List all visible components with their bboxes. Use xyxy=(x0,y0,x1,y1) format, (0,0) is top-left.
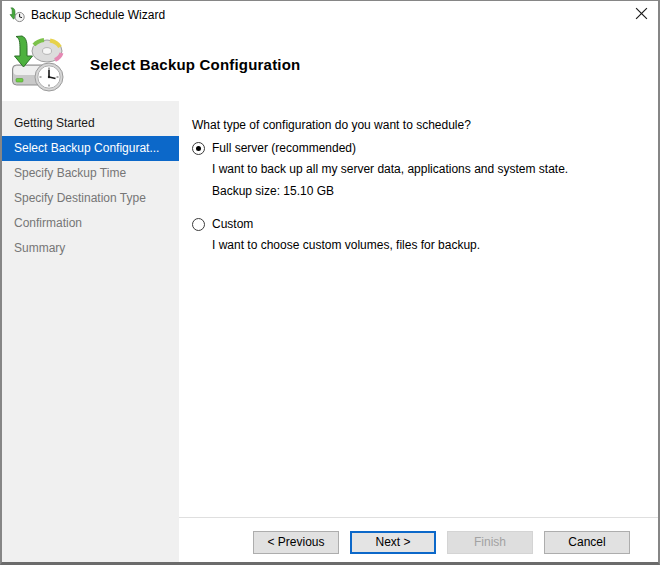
wizard-page-content: What type of configuration do you want t… xyxy=(179,101,658,517)
custom-label[interactable]: Custom xyxy=(212,217,253,231)
previous-button[interactable]: < Previous xyxy=(253,531,339,554)
sidebar-item-summary: Summary xyxy=(2,236,179,261)
wizard-button-bar: < Previous Next > Finish Cancel xyxy=(179,517,658,562)
titlebar: Backup Schedule Wizard xyxy=(2,1,658,28)
close-icon xyxy=(635,7,648,23)
backup-size-text: Backup size: 15.10 GB xyxy=(212,184,648,198)
next-button[interactable]: Next > xyxy=(350,531,436,554)
wizard-steps-sidebar: Getting Started Select Backup Configurat… xyxy=(2,101,179,562)
full-server-label[interactable]: Full server (recommended) xyxy=(212,141,356,155)
sidebar-item-specify-destination: Specify Destination Type xyxy=(2,186,179,211)
page-title: Select Backup Configuration xyxy=(90,56,300,73)
configuration-question: What type of configuration do you want t… xyxy=(192,118,648,132)
sidebar-item-select-backup-config[interactable]: Select Backup Configurat... xyxy=(2,136,179,161)
full-server-description: I want to back up all my server data, ap… xyxy=(212,162,648,176)
custom-radio[interactable] xyxy=(192,218,205,231)
wizard-header: Select Backup Configuration xyxy=(2,28,658,101)
cancel-button[interactable]: Cancel xyxy=(544,531,630,554)
option-custom[interactable]: Custom xyxy=(192,217,648,231)
finish-button: Finish xyxy=(447,531,533,554)
sidebar-item-getting-started[interactable]: Getting Started xyxy=(2,111,179,136)
option-full-server[interactable]: Full server (recommended) xyxy=(192,141,648,155)
backup-drive-cd-clock-icon xyxy=(11,34,69,96)
sidebar-item-specify-backup-time: Specify Backup Time xyxy=(2,161,179,186)
backup-arrow-clock-icon xyxy=(9,7,25,23)
full-server-radio[interactable] xyxy=(192,142,205,155)
sidebar-item-confirmation: Confirmation xyxy=(2,211,179,236)
close-button[interactable] xyxy=(624,1,658,28)
custom-description: I want to choose custom volumes, files f… xyxy=(212,238,648,252)
backup-schedule-wizard-window: Backup Schedule Wizard xyxy=(0,0,660,565)
window-title: Backup Schedule Wizard xyxy=(31,8,165,22)
